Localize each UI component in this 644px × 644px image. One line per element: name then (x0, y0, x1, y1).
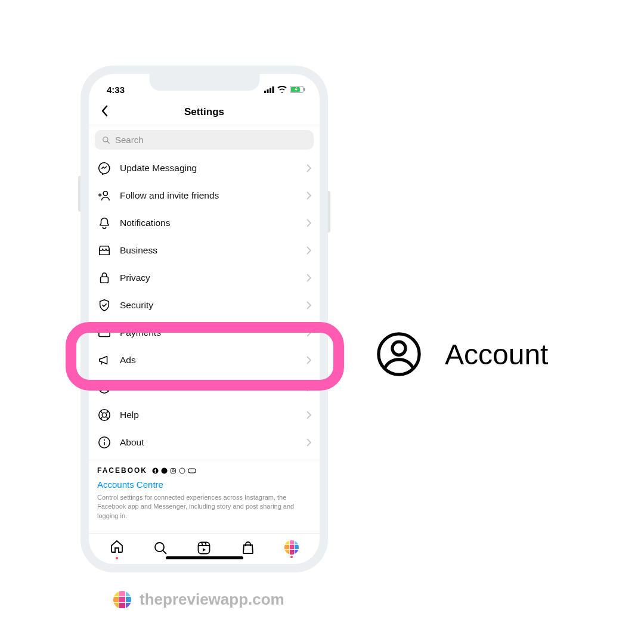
row-label: Follow and invite friends (120, 190, 298, 201)
home-indicator (166, 556, 243, 559)
help-icon (98, 408, 111, 422)
notch (149, 74, 259, 91)
svg-point-15 (99, 410, 110, 420)
battery-icon (290, 86, 305, 93)
svg-point-26 (155, 543, 164, 552)
account-icon (376, 331, 422, 377)
chevron-left-icon (101, 105, 108, 117)
svg-rect-0 (264, 91, 266, 93)
row-label: About (120, 437, 298, 448)
svg-point-16 (102, 413, 106, 417)
messenger-small-icon (161, 467, 168, 474)
search-wrap: Search (89, 125, 320, 154)
tab-search[interactable] (153, 541, 168, 558)
chevron-right-icon (306, 274, 311, 282)
svg-rect-1 (267, 89, 269, 93)
svg-point-24 (179, 467, 185, 473)
svg-rect-10 (101, 277, 109, 283)
nav-bar: Settings (89, 99, 320, 125)
status-icons (264, 86, 305, 93)
svg-point-23 (172, 469, 175, 472)
tab-shop[interactable] (241, 541, 255, 558)
row-about[interactable]: About (89, 429, 320, 456)
row-notifications[interactable]: Notifications (89, 209, 320, 237)
row-help[interactable]: Help (89, 401, 320, 429)
status-time: 4:33 (107, 85, 125, 95)
reels-icon (197, 541, 211, 555)
watermark: thepreviewapp.com (113, 590, 284, 609)
notification-dot (290, 556, 293, 558)
chevron-right-icon (306, 164, 311, 172)
svg-line-8 (107, 141, 110, 143)
phone-frame: 4:33 Settings Search Update Messaging (80, 66, 328, 572)
wifi-icon (277, 86, 287, 93)
svg-rect-25 (188, 469, 196, 473)
row-label: Security (120, 300, 298, 311)
row-security[interactable]: Security (89, 292, 320, 319)
add-user-icon (98, 189, 111, 202)
facebook-icon (152, 467, 159, 474)
svg-line-27 (163, 550, 166, 554)
chevron-right-icon (306, 191, 311, 200)
power-button (328, 191, 330, 233)
back-button[interactable] (97, 101, 112, 123)
shield-icon (98, 299, 111, 312)
row-label: Update Messaging (120, 163, 298, 174)
row-business[interactable]: Business (89, 237, 320, 264)
highlight-annotation (66, 322, 344, 391)
row-label: Help (120, 410, 298, 420)
chevron-right-icon (306, 301, 311, 309)
shop-icon (98, 244, 111, 257)
svg-point-33 (392, 342, 405, 355)
info-icon (98, 436, 111, 449)
volume-button (78, 176, 80, 212)
search-icon (102, 136, 110, 144)
svg-rect-28 (199, 542, 210, 553)
page-title: Settings (89, 106, 320, 118)
watermark-text: thepreviewapp.com (140, 590, 284, 609)
tab-home[interactable] (110, 539, 124, 559)
profile-avatar (284, 540, 299, 555)
svg-rect-6 (304, 88, 305, 91)
tab-profile[interactable] (284, 540, 299, 558)
tab-reels[interactable] (197, 541, 211, 558)
cellular-icon (264, 86, 274, 93)
row-follow-invite[interactable]: Follow and invite friends (89, 182, 320, 209)
svg-point-21 (161, 467, 167, 473)
row-label: Business (120, 245, 298, 256)
oculus-small-icon (188, 468, 196, 473)
messenger-icon (98, 162, 111, 175)
svg-point-9 (103, 191, 107, 196)
svg-point-19 (104, 439, 105, 441)
callout-label: Account (445, 338, 548, 371)
row-update-messaging[interactable]: Update Messaging (89, 154, 320, 182)
shop-bag-icon (241, 541, 255, 555)
lock-icon (98, 271, 111, 284)
brand-text: FACEBOOK (97, 466, 147, 475)
search-placeholder: Search (115, 135, 144, 145)
search-input[interactable]: Search (95, 130, 314, 150)
callout: Account (376, 331, 548, 377)
row-label: Notifications (120, 218, 298, 228)
chevron-right-icon (306, 438, 311, 447)
svg-rect-22 (171, 468, 175, 473)
instagram-small-icon (170, 467, 177, 474)
tab-bar (89, 533, 320, 564)
home-icon (110, 539, 124, 553)
notification-dot (116, 557, 118, 559)
svg-rect-3 (273, 86, 274, 93)
chevron-right-icon (306, 219, 311, 227)
facebook-brand: FACEBOOK (97, 466, 311, 475)
preview-logo-icon (113, 591, 131, 609)
accounts-centre-section: FACEBOOK Accounts Centre Control setting… (89, 460, 320, 529)
svg-rect-2 (270, 88, 271, 93)
row-privacy[interactable]: Privacy (89, 264, 320, 292)
chevron-right-icon (306, 411, 311, 419)
row-label: Privacy (120, 273, 298, 283)
phone-screen: 4:33 Settings Search Update Messaging (89, 74, 320, 564)
accounts-centre-link[interactable]: Accounts Centre (97, 479, 311, 490)
accounts-centre-desc: Control settings for connected experienc… (97, 493, 311, 521)
bell-icon (98, 216, 111, 230)
chevron-right-icon (306, 246, 311, 255)
whatsapp-small-icon (179, 467, 185, 474)
